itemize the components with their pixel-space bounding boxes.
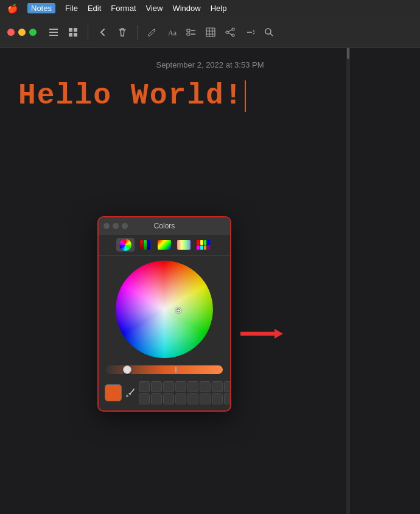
menu-help[interactable]: Help (211, 4, 227, 13)
note-date: September 2, 2022 at 3:53 PM (18, 60, 402, 69)
swatch-1[interactable] (139, 381, 150, 392)
colors-minimize[interactable] (113, 223, 119, 229)
svg-point-19 (226, 31, 228, 33)
color-wheel-container[interactable]: ⊕ (99, 256, 230, 363)
svg-rect-6 (74, 33, 77, 37)
grid-view-icon[interactable] (66, 25, 80, 40)
scrollbar-track[interactable] (346, 16, 350, 514)
swatch-8[interactable] (224, 381, 231, 392)
more-icon[interactable] (242, 25, 257, 40)
svg-point-17 (232, 28, 234, 30)
svg-line-23 (270, 33, 273, 36)
colors-panel: Colors (97, 216, 231, 412)
arrow-shaft (240, 329, 283, 339)
color-tab-palette[interactable] (155, 238, 173, 252)
text-cursor (245, 80, 246, 112)
svg-rect-2 (49, 35, 58, 36)
eyedropper-button[interactable] (125, 386, 135, 400)
swatches-row (99, 379, 230, 410)
swatch-14[interactable] (200, 393, 211, 404)
menu-format[interactable]: Format (111, 4, 136, 13)
search-icon[interactable] (262, 25, 276, 40)
back-icon[interactable] (96, 25, 110, 40)
svg-rect-0 (49, 29, 58, 30)
swatch-16[interactable] (224, 393, 231, 404)
color-tabs (99, 234, 230, 256)
swatch-11[interactable] (163, 393, 174, 404)
note-title[interactable]: Hello World! (18, 79, 402, 112)
colors-traffic-lights (103, 223, 128, 229)
swatch-9[interactable] (139, 393, 150, 404)
svg-point-25 (127, 395, 128, 396)
svg-rect-8 (187, 29, 190, 32)
svg-rect-3 (69, 28, 72, 32)
color-tab-image[interactable] (175, 238, 193, 252)
delete-icon[interactable] (115, 25, 130, 40)
color-tab-sliders[interactable] (136, 238, 154, 252)
svg-rect-5 (69, 33, 72, 37)
swatch-7[interactable] (212, 381, 223, 392)
current-color-swatch[interactable] (105, 384, 122, 401)
brightness-slider[interactable] (106, 365, 223, 374)
brightness-overlay (116, 261, 213, 358)
menu-bar: 🍎 Notes File Edit Format View Window Hel… (0, 0, 420, 16)
menu-notes[interactable]: Notes (27, 3, 55, 13)
slider-r (140, 240, 143, 250)
brightness-thumb[interactable] (123, 365, 131, 374)
brightness-slider-container (99, 363, 230, 379)
svg-rect-12 (206, 28, 215, 37)
colors-maximize[interactable] (122, 223, 128, 229)
slider-b (147, 240, 150, 250)
brightness-notch (175, 367, 177, 373)
color-tab-pencil[interactable] (194, 238, 212, 252)
svg-point-18 (232, 34, 234, 37)
color-wheel[interactable]: ⊕ (116, 261, 213, 358)
maximize-button[interactable] (29, 29, 37, 36)
svg-line-20 (228, 30, 232, 32)
swatch-15[interactable] (212, 393, 223, 404)
svg-rect-9 (187, 33, 190, 35)
toolbar: Aa (0, 16, 420, 48)
menu-file[interactable]: File (65, 4, 78, 13)
colors-close[interactable] (103, 223, 110, 229)
swatch-3[interactable] (163, 381, 174, 392)
swatch-6[interactable] (200, 381, 211, 392)
swatch-12[interactable] (175, 393, 186, 404)
checklist-icon[interactable] (184, 25, 198, 40)
pencil-icon (197, 240, 210, 250)
apple-menu[interactable]: 🍎 (7, 4, 18, 13)
swatch-grid (139, 381, 231, 404)
swatch-2[interactable] (151, 381, 162, 392)
close-button[interactable] (7, 29, 15, 36)
font-icon[interactable]: Aa (164, 25, 179, 40)
separator-1 (88, 25, 88, 40)
swatch-4[interactable] (175, 381, 186, 392)
table-icon[interactable] (203, 25, 218, 40)
compose-icon[interactable] (145, 25, 159, 40)
svg-rect-4 (74, 28, 77, 32)
svg-point-22 (265, 29, 271, 34)
swatch-10[interactable] (151, 393, 162, 404)
menu-edit[interactable]: Edit (88, 4, 101, 13)
svg-rect-1 (49, 32, 58, 33)
color-tab-wheel[interactable] (116, 238, 135, 252)
swatch-5[interactable] (187, 381, 198, 392)
wheel-icon (119, 239, 131, 251)
svg-line-21 (228, 33, 232, 35)
colors-titlebar: Colors (99, 217, 230, 234)
colors-title: Colors (154, 222, 175, 230)
arrow-indicator (240, 329, 283, 339)
image-icon (177, 240, 191, 250)
share-icon[interactable] (223, 25, 237, 40)
menu-window[interactable]: Window (172, 4, 200, 13)
slider-g (144, 240, 147, 250)
svg-text:Aa: Aa (168, 29, 177, 37)
minimize-button[interactable] (18, 29, 26, 36)
crosshair: ⊕ (175, 305, 183, 314)
menu-view[interactable]: View (146, 4, 163, 13)
list-view-icon[interactable] (46, 25, 61, 40)
palette-icon (158, 240, 171, 250)
swatch-13[interactable] (187, 393, 198, 404)
note-title-text: Hello World! (18, 79, 243, 112)
traffic-lights (7, 29, 37, 36)
